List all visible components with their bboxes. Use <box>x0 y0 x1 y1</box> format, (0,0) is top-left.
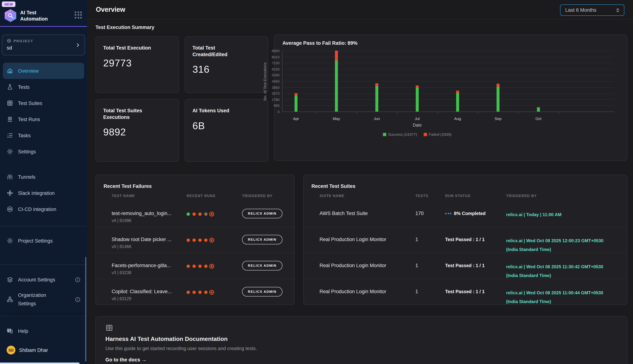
triggered-by: relicx.ai | Today | 11:00 AM <box>506 201 618 219</box>
suite-row: AWS Batch Test Suite 170 8% Completed re… <box>304 201 627 227</box>
info-icon <box>75 277 80 282</box>
triggered-by: relicx.ai | Wed Oct 08 2025 11:30:42 GMT… <box>506 253 618 280</box>
recent-runs <box>187 227 242 242</box>
project-name: sd <box>7 45 80 51</box>
book-icon <box>105 324 617 332</box>
suite-name[interactable]: Real Production Login Monitor <box>320 279 415 295</box>
org-chart-icon <box>7 296 13 303</box>
docs-link[interactable]: Go to the docs → <box>105 357 147 362</box>
panel-title: Recent Test Failures <box>96 175 294 189</box>
apps-grid-icon[interactable] <box>75 11 82 18</box>
cicd-icon <box>7 206 13 212</box>
sidebar-item-organization-settings[interactable]: Organization Settings <box>3 288 84 311</box>
user-name: Shibam Dhar <box>19 347 48 353</box>
sidebar-item-help[interactable]: ? Help <box>3 323 84 339</box>
tasks-icon <box>7 132 13 139</box>
info-icon <box>75 297 80 302</box>
gear-icon <box>7 238 13 244</box>
sidebar-item-project-settings[interactable]: Project Settings <box>3 233 84 249</box>
suites-table-body: AWS Batch Test Suite 170 8% Completed re… <box>304 201 627 305</box>
triggered-by: relicx.ai | Wed Oct 08 2025 11:00:44 GMT… <box>506 279 618 305</box>
sidebar-item-tunnels[interactable]: Tunnels <box>3 169 84 185</box>
divider <box>0 264 87 265</box>
layers-icon <box>7 276 13 283</box>
sidebar-item-account-settings[interactable]: Account Settings <box>3 272 84 288</box>
sidebar-item-tests[interactable]: Tests <box>3 79 84 95</box>
test-runs-icon <box>7 116 13 122</box>
card-total-suite-executions: Total Test Suites Executions 9892 <box>96 99 179 162</box>
recent-runs <box>187 279 242 295</box>
sidebar-item-slack-integration[interactable]: Slack integration <box>3 185 84 201</box>
project-label: PROJECT <box>14 39 33 43</box>
sidebar-footer: ? Help SD Shibam Dhar <box>0 316 87 364</box>
card-total-test-execution: Total Test Execution 29773 <box>96 36 179 93</box>
suite-name[interactable]: Real Production Login Monitor <box>320 253 415 269</box>
suite-name[interactable]: AWS Batch Test Suite <box>320 201 415 217</box>
docs-description: Use this guide to get started recording … <box>105 346 617 351</box>
suites-table-header: SUITE NAME TESTS RUN STATUS TRIGGERED BY <box>304 194 627 198</box>
tunnel-icon <box>7 174 13 180</box>
content: Test Execution Summary Total Test Execut… <box>87 20 633 364</box>
failure-row: Facets-performance-gitla...v3 | 63238 RE… <box>96 253 294 279</box>
sidebar-item-cicd-integration[interactable]: CI-CD integration <box>3 201 84 217</box>
flask-icon <box>7 84 13 90</box>
gear-icon <box>7 148 13 155</box>
panel-title: Recent Test Suites <box>304 175 627 189</box>
sidebar-item-test-suites[interactable]: Test Suites <box>3 95 84 111</box>
section-title: Test Execution Summary <box>96 24 627 30</box>
summary-cards: Total Test Execution 29773 Total Test Cr… <box>96 36 268 162</box>
triggered-by-button[interactable]: RELICX ADMIN <box>242 261 282 270</box>
test-name[interactable]: test-removing_auto_login... <box>112 201 187 217</box>
main-area: Overview Last 6 Months Test Execution Su… <box>87 0 633 364</box>
suite-row: Real Production Login Monitor 1 Test Pas… <box>304 227 627 253</box>
grid-icon <box>7 100 13 106</box>
svg-text:?: ? <box>9 329 10 332</box>
failure-row: Shadow root Date picker ...v0 | 81466 RE… <box>96 227 294 253</box>
card-ai-tokens-used: AI Tokens Used 6B <box>185 99 268 162</box>
failure-row: test-removing_auto_login...v4 | 81996 RE… <box>96 201 294 227</box>
test-name[interactable]: Facets-performance-gitla... <box>112 253 187 269</box>
bar-chart: No. of Test Executions Date Success (243… <box>282 51 614 112</box>
recent-test-failures-panel: Recent Test Failures TEST NAME RECENT RU… <box>96 175 294 305</box>
user-menu[interactable]: SD Shibam Dhar <box>0 346 87 354</box>
failures-table-header: TEST NAME RECENT RUNS TRIGGERED BY <box>96 194 294 198</box>
triggered-by-button[interactable]: RELICX ADMIN <box>242 287 282 296</box>
suite-row: Real Production Login Monitor 1 Test Pas… <box>304 279 627 305</box>
help-chat-icon: ? <box>7 328 13 334</box>
sidebar-scrollbar[interactable] <box>85 257 86 362</box>
sidebar-item-test-runs[interactable]: Test Runs <box>3 111 84 127</box>
chevron-right-icon <box>75 42 80 48</box>
pass-fail-chart-panel: Average Pass to Fail Ratio: 89% No. of T… <box>274 34 627 161</box>
sidebar-item-settings[interactable]: Settings <box>3 144 84 160</box>
failure-row: Copilot: Classified: Leave...v6 | 63129 … <box>96 279 294 305</box>
time-range-select[interactable]: Last 6 Months <box>560 4 624 16</box>
triggered-by-button[interactable]: RELICX ADMIN <box>242 235 282 244</box>
recent-runs <box>187 201 242 216</box>
app-logo-icon <box>4 9 17 22</box>
recent-runs <box>187 253 242 268</box>
sidebar-item-tasks[interactable]: Tasks <box>3 127 84 144</box>
test-name[interactable]: Copilot: Classified: Leave... <box>112 279 187 295</box>
slack-icon <box>7 190 13 196</box>
suite-row: Real Production Login Monitor 1 Test Pas… <box>304 253 627 279</box>
documentation-card: Harness AI Test Automation Documentation… <box>96 316 627 364</box>
failures-table-body: test-removing_auto_login...v4 | 81996 RE… <box>96 201 294 305</box>
app-root: NEW AI Test Automation PROJECT sd Overvi… <box>0 0 633 364</box>
project-selector[interactable]: PROJECT sd <box>2 34 85 56</box>
recent-test-suites-panel: Recent Test Suites SUITE NAME TESTS RUN … <box>303 175 627 305</box>
docs-title: Harness AI Test Automation Documentation <box>105 336 617 342</box>
new-badge: NEW <box>2 2 16 7</box>
page-header: Overview Last 6 Months <box>87 0 633 20</box>
app-title: AI Test Automation <box>20 9 57 22</box>
y-axis-label: No. of Test Executions <box>263 62 267 101</box>
suite-name[interactable]: Real Production Login Monitor <box>320 227 415 243</box>
test-name[interactable]: Shadow root Date picker ... <box>112 227 187 243</box>
x-axis-label: Date <box>413 123 422 127</box>
triggered-by: relicx.ai | Wed Oct 08 2025 12:00:23 GMT… <box>506 227 618 254</box>
sidebar-hscrollbar[interactable] <box>0 362 79 364</box>
avatar: SD <box>7 346 16 354</box>
chart-title: Average Pass to Fail Ratio: 89% <box>282 40 358 46</box>
card-total-test-created: Total Test Created/Edited 316 <box>185 36 268 93</box>
triggered-by-button[interactable]: RELICX ADMIN <box>242 209 282 218</box>
sidebar-item-overview[interactable]: Overview <box>3 63 84 79</box>
